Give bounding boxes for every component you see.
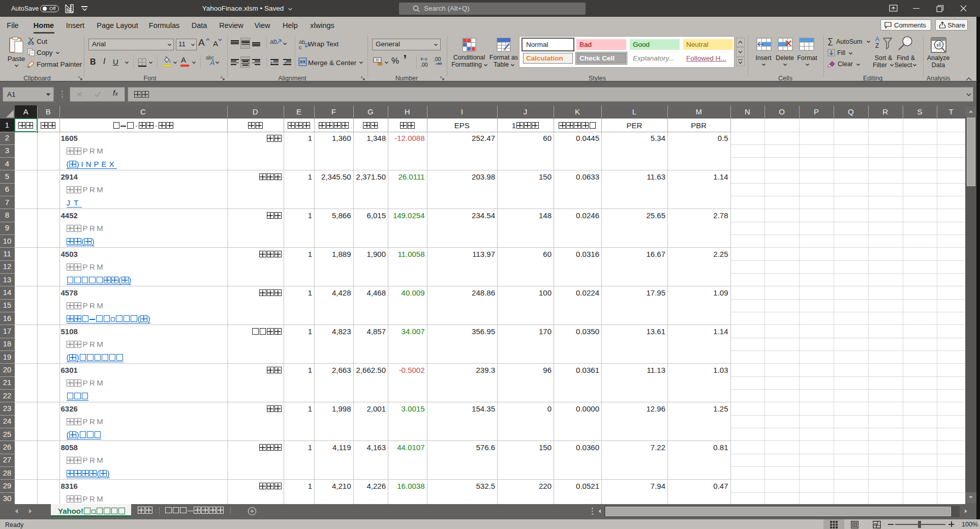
svg-text:→0: →0 [434,62,440,66]
svg-text:0: 0 [425,57,427,61]
